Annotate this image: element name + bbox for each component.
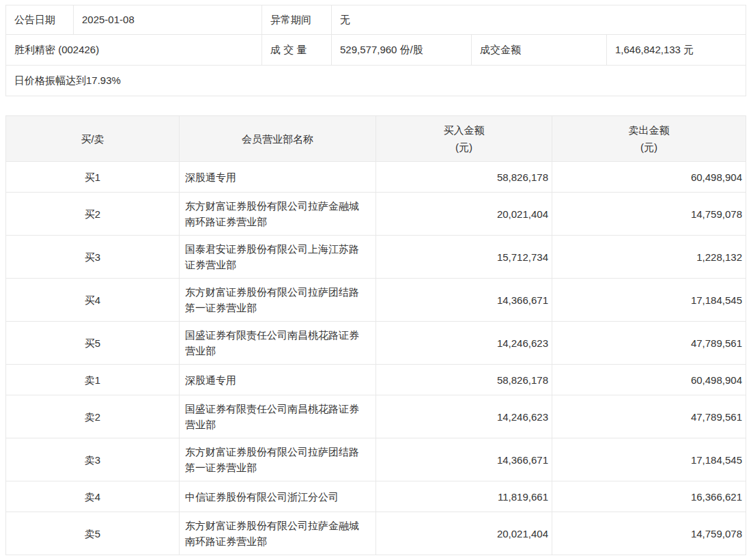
info-row-stock: 胜利精密 (002426) 成 交 量 529,577,960 份/股 成交金额… xyxy=(6,35,746,66)
table-row: 卖2 国盛证券有限责任公司南昌桃花路证券营业部 14,246,623 47,78… xyxy=(6,395,746,438)
branch-name-cell: 深股通专用 xyxy=(180,162,376,193)
amplitude-note: 日价格振幅达到17.93% xyxy=(6,66,746,96)
branch-name-cell: 国泰君安证券股份有限公司上海江苏路证券营业部 xyxy=(180,236,376,279)
buy-amount-cell: 20,021,404 xyxy=(376,193,552,236)
column-header-side: 买/卖 xyxy=(6,116,180,162)
table-row: 卖5 东方财富证券股份有限公司拉萨金融城南环路证券营业部 20,021,404 … xyxy=(6,512,746,555)
table-row: 买3 国泰君安证券股份有限公司上海江苏路证券营业部 15,712,734 1,2… xyxy=(6,236,746,279)
info-row-announce: 公告日期 2025-01-08 异常期间 无 xyxy=(6,5,746,35)
sell-amount-cell: 14,759,078 xyxy=(552,512,746,555)
buy-amount-cell: 58,826,178 xyxy=(376,365,552,395)
branch-name-cell: 中信证券股份有限公司浙江分公司 xyxy=(180,481,376,512)
info-row-note: 日价格振幅达到17.93% xyxy=(6,66,746,96)
table-row: 买1 深股通专用 58,826,178 60,498,904 xyxy=(6,162,746,193)
seats-header-row: 买/卖 会员营业部名称 买入金额 (元) 卖出金额 (元) xyxy=(6,116,746,162)
buy-amount-cell: 20,021,404 xyxy=(376,512,552,555)
buy-amount-cell: 15,712,734 xyxy=(376,236,552,279)
column-header-branch: 会员营业部名称 xyxy=(180,116,376,162)
volume-value: 529,577,960 份/股 xyxy=(332,35,472,66)
table-row: 卖3 东方财富证券股份有限公司拉萨团结路第一证券营业部 14,366,671 1… xyxy=(6,438,746,481)
side-cell: 卖2 xyxy=(6,395,180,438)
column-header-buy-amount: 买入金额 (元) xyxy=(376,116,552,162)
sell-amount-cell: 1,228,132 xyxy=(552,236,746,279)
column-header-sell-amount: 卖出金额 (元) xyxy=(552,116,746,162)
side-cell: 卖5 xyxy=(6,512,180,555)
buy-amount-cell: 14,366,671 xyxy=(376,438,552,481)
sell-amount-cell: 14,759,078 xyxy=(552,193,746,236)
side-cell: 买2 xyxy=(6,193,180,236)
table-row: 买5 国盛证券有限责任公司南昌桃花路证券营业部 14,246,623 47,78… xyxy=(6,322,746,365)
sell-amount-cell: 47,789,561 xyxy=(552,395,746,438)
branch-name-cell: 深股通专用 xyxy=(180,365,376,395)
sell-amount-cell: 47,789,561 xyxy=(552,322,746,365)
side-cell: 卖4 xyxy=(6,481,180,512)
buy-amount-cell: 58,826,178 xyxy=(376,162,552,193)
sell-amount-cell: 60,498,904 xyxy=(552,162,746,193)
buy-amount-cell: 14,246,623 xyxy=(376,322,552,365)
turnover-label: 成交金额 xyxy=(472,35,607,66)
side-cell: 卖1 xyxy=(6,365,180,395)
buy-amount-cell: 14,366,671 xyxy=(376,279,552,322)
side-cell: 买5 xyxy=(6,322,180,365)
page: 公告日期 2025-01-08 异常期间 无 胜利精密 (002426) 成 交… xyxy=(0,0,751,555)
announce-date-label: 公告日期 xyxy=(6,5,74,35)
buy-amount-cell: 14,246,623 xyxy=(376,395,552,438)
table-row: 买2 东方财富证券股份有限公司拉萨金融城南环路证券营业部 20,021,404 … xyxy=(6,193,746,236)
stock-info-table: 公告日期 2025-01-08 异常期间 无 胜利精密 (002426) 成 交… xyxy=(5,5,746,96)
turnover-value: 1,646,842,133 元 xyxy=(607,35,746,66)
branch-name-cell: 国盛证券有限责任公司南昌桃花路证券营业部 xyxy=(180,395,376,438)
sell-amount-cell: 16,366,621 xyxy=(552,481,746,512)
table-row: 卖1 深股通专用 58,826,178 60,498,904 xyxy=(6,365,746,395)
sell-amount-cell: 17,184,545 xyxy=(552,438,746,481)
abnormal-period-value: 无 xyxy=(332,5,746,35)
branch-name-cell: 东方财富证券股份有限公司拉萨团结路第一证券营业部 xyxy=(180,279,376,322)
sell-amount-cell: 17,184,545 xyxy=(552,279,746,322)
side-cell: 买4 xyxy=(6,279,180,322)
branch-name-cell: 国盛证券有限责任公司南昌桃花路证券营业部 xyxy=(180,322,376,365)
branch-name-cell: 东方财富证券股份有限公司拉萨金融城南环路证券营业部 xyxy=(180,512,376,555)
table-row: 卖4 中信证券股份有限公司浙江分公司 11,819,661 16,366,621 xyxy=(6,481,746,512)
branch-name-cell: 东方财富证券股份有限公司拉萨金融城南环路证券营业部 xyxy=(180,193,376,236)
branch-name-cell: 东方财富证券股份有限公司拉萨团结路第一证券营业部 xyxy=(180,438,376,481)
abnormal-period-label: 异常期间 xyxy=(262,5,332,35)
volume-label: 成 交 量 xyxy=(262,35,332,66)
stock-name: 胜利精密 (002426) xyxy=(6,35,262,66)
sell-amount-cell: 60,498,904 xyxy=(552,365,746,395)
buy-amount-cell: 11,819,661 xyxy=(376,481,552,512)
side-cell: 买1 xyxy=(6,162,180,193)
side-cell: 买3 xyxy=(6,236,180,279)
side-cell: 卖3 xyxy=(6,438,180,481)
announce-date-value: 2025-01-08 xyxy=(74,5,262,35)
trading-seats-table: 买/卖 会员营业部名称 买入金额 (元) 卖出金额 (元) 买1 深股通专用 5… xyxy=(5,115,746,555)
table-row: 买4 东方财富证券股份有限公司拉萨团结路第一证券营业部 14,366,671 1… xyxy=(6,279,746,322)
